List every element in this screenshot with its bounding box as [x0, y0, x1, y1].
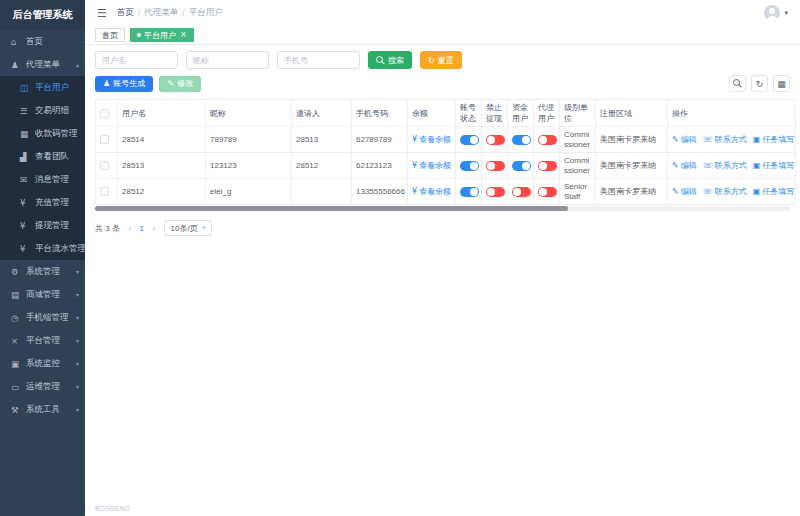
row-checkbox[interactable] — [100, 135, 109, 144]
search-icon — [733, 79, 742, 88]
edit-link[interactable]: ✎编辑 — [672, 134, 697, 145]
page-size-value: 10条/页 — [171, 223, 198, 234]
tab-home[interactable]: 首页 — [95, 28, 125, 42]
contact-link[interactable]: ☏联系方式 — [703, 160, 747, 171]
search-icon — [376, 56, 385, 65]
cell-region: 美国南卡罗来纳 — [596, 127, 668, 153]
columns-button[interactable]: ▦ — [773, 75, 790, 92]
task-label: 任务填写 — [762, 160, 794, 171]
refresh-button[interactable]: ↻ — [751, 75, 768, 92]
edit-link[interactable]: ✎编辑 — [672, 186, 697, 197]
view-balance-link[interactable]: ¥查看余额 — [412, 186, 451, 197]
sidebar-item-view-team[interactable]: ▟ 查看团队 — [0, 145, 85, 168]
sidebar-menu: ⌂ 首页 ♟ 代理菜单 ▴ ◫ 平台用户 ☰ 交易明细 ▦ 收款码管理 ▟ 查看… — [0, 30, 85, 421]
col-fund-user: 资金用户 — [508, 100, 534, 127]
fund-user-toggle[interactable] — [512, 161, 531, 171]
username-input[interactable] — [95, 51, 178, 69]
sidebar-item-platform-flow[interactable]: ¥ 平台流水管理 — [0, 237, 85, 260]
agent-user-toggle[interactable] — [538, 135, 557, 145]
contact-link[interactable]: ☏联系方式 — [703, 186, 747, 197]
agent-user-toggle[interactable] — [538, 187, 557, 197]
sidebar-item-label: 查看团队 — [35, 151, 69, 163]
sidebar-item-label: 代理菜单 — [26, 59, 60, 71]
breadcrumb-current: 平台用户 — [189, 7, 223, 19]
generate-account-button[interactable]: ♟ 账号生成 — [95, 76, 153, 92]
sidebar-item-mall-manage[interactable]: ▤ 商城管理 ▾ — [0, 283, 85, 306]
account-status-toggle[interactable] — [460, 187, 479, 197]
sidebar-item-platform-manage[interactable]: × 平台管理 ▾ — [0, 329, 85, 352]
modify-button[interactable]: ✎ 修改 — [159, 76, 201, 92]
toggle-search-button[interactable] — [729, 75, 746, 92]
ban-withdraw-toggle[interactable] — [486, 187, 505, 197]
main-area: ☰ 首页 / 代理菜单 / 平台用户 ▾ 首页 平台用户 × 搜索 — [85, 0, 800, 516]
monitor-icon: ▣ — [11, 359, 22, 369]
fund-user-toggle[interactable] — [512, 187, 531, 197]
prev-page-button[interactable]: ‹ — [128, 223, 132, 233]
chevron-down-icon: ▾ — [76, 314, 79, 321]
sidebar-item-system-tools[interactable]: ⚒ 系统工具 ▾ — [0, 398, 85, 421]
view-balance-label: 查看余额 — [419, 186, 451, 197]
edit-icon: ✎ — [167, 79, 174, 88]
sidebar-item-ops-manage[interactable]: ▭ 运维管理 ▾ — [0, 375, 85, 398]
phone-input[interactable] — [277, 51, 360, 69]
search-button[interactable]: 搜索 — [368, 51, 412, 69]
sidebar-item-withdraw[interactable]: ¥ 提现管理 — [0, 214, 85, 237]
active-dot-icon — [137, 33, 141, 37]
page-size-select[interactable]: 10条/页 ▾ — [164, 220, 213, 236]
cell-username: 28514 — [118, 127, 206, 153]
sidebar-item-system-monitor[interactable]: ▣ 系统监控 ▾ — [0, 352, 85, 375]
sidebar-item-platform-users[interactable]: ◫ 平台用户 — [0, 76, 85, 99]
cell-username: 28512 — [118, 179, 206, 205]
caret-down-icon[interactable]: ▾ — [784, 9, 788, 17]
nickname-input[interactable] — [186, 51, 269, 69]
next-page-button[interactable]: › — [152, 223, 156, 233]
table-row: 28512 eiei_g 13355556666 ¥查看余额 Senior St… — [96, 179, 796, 205]
view-balance-link[interactable]: ¥查看余额 — [412, 134, 451, 145]
cell-phone: 13355556666 — [352, 179, 408, 205]
reset-button[interactable]: ↻ 重置 — [420, 51, 462, 69]
account-status-toggle[interactable] — [460, 161, 479, 171]
account-status-toggle[interactable] — [460, 135, 479, 145]
sidebar-item-messages[interactable]: ✉ 消息管理 — [0, 168, 85, 191]
agent-user-toggle[interactable] — [538, 161, 557, 171]
hamburger-icon[interactable]: ☰ — [97, 7, 107, 20]
page-number[interactable]: 1 — [140, 224, 144, 233]
col-agent-user: 代理用户 — [534, 100, 560, 127]
scrollbar-thumb[interactable] — [95, 206, 568, 211]
sidebar-item-mobile-manage[interactable]: ◷ 手机端管理 ▾ — [0, 306, 85, 329]
sidebar-item-home[interactable]: ⌂ 首页 — [0, 30, 85, 53]
breadcrumb-home[interactable]: 首页 — [117, 7, 134, 19]
contact-link[interactable]: ☏联系方式 — [703, 134, 747, 145]
task-fill-link[interactable]: ▣任务填写 — [753, 186, 795, 197]
chevron-up-icon: ▴ — [76, 61, 79, 68]
ban-withdraw-toggle[interactable] — [486, 135, 505, 145]
view-balance-link[interactable]: ¥查看余额 — [412, 160, 451, 171]
tab-label: 平台用户 — [144, 30, 176, 41]
close-icon[interactable]: × — [180, 31, 187, 39]
fund-user-toggle[interactable] — [512, 135, 531, 145]
chevron-down-icon: ▾ — [76, 406, 79, 413]
app-title: 后台管理系统 — [0, 0, 85, 30]
tab-platform-users[interactable]: 平台用户 × — [130, 28, 194, 42]
footer-text: BOSSENG — [95, 505, 131, 512]
row-checkbox[interactable] — [100, 187, 109, 196]
sidebar-item-qrcode-manage[interactable]: ▦ 收款码管理 — [0, 122, 85, 145]
select-all-checkbox[interactable] — [100, 109, 109, 118]
contact-label: 联系方式 — [715, 160, 747, 171]
task-fill-link[interactable]: ▣任务填写 — [753, 160, 795, 171]
col-phone: 手机号码 — [352, 100, 408, 127]
task-icon: ▣ — [753, 135, 761, 144]
scissors-icon: × — [11, 336, 22, 346]
content: 搜索 ↻ 重置 ♟ 账号生成 ✎ 修改 ↻ ▦ — [85, 45, 800, 516]
avatar[interactable] — [764, 5, 780, 21]
row-checkbox[interactable] — [100, 161, 109, 170]
sidebar-item-recharge[interactable]: ¥ 充值管理 — [0, 191, 85, 214]
ban-withdraw-toggle[interactable] — [486, 161, 505, 171]
sidebar-item-transactions[interactable]: ☰ 交易明细 — [0, 99, 85, 122]
sidebar-item-agent-menu[interactable]: ♟ 代理菜单 ▴ — [0, 53, 85, 76]
sidebar-item-system-manage[interactable]: ⚙ 系统管理 ▾ — [0, 260, 85, 283]
edit-link[interactable]: ✎编辑 — [672, 160, 697, 171]
yen-icon: ¥ — [412, 161, 417, 170]
sidebar-item-label: 运维管理 — [26, 381, 60, 393]
task-fill-link[interactable]: ▣任务填写 — [753, 134, 795, 145]
